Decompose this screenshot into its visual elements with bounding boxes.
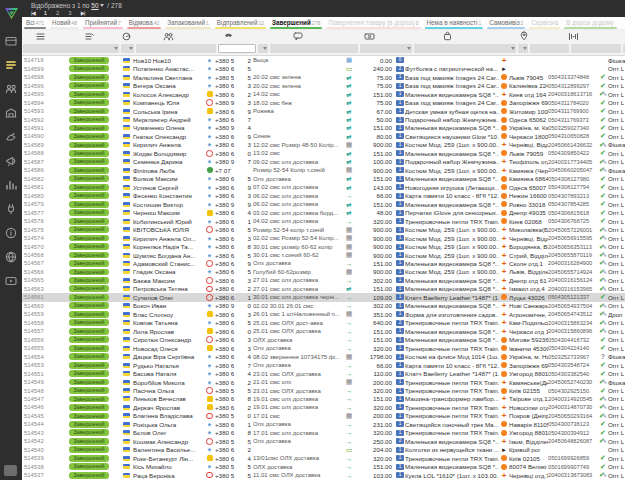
phone-number[interactable]: +380 6	[215, 420, 241, 428]
status-badge[interactable]: Завершений	[58, 344, 120, 352]
tracking-number[interactable]: 20450655714924	[548, 268, 598, 276]
tab-6[interactable]: Завершений278	[268, 17, 324, 29]
status-badge[interactable]: Завершений	[58, 268, 120, 276]
order-comment[interactable]: Голубий 60-62розмір	[253, 268, 343, 276]
tracking-number[interactable]: 0504305121337	[548, 293, 598, 301]
tracking-number[interactable]: 20450650293164	[548, 412, 598, 420]
status-badge[interactable]: Завершений	[58, 276, 120, 284]
delivery-city[interactable]: Львів 79059	[509, 149, 548, 157]
table-row[interactable]: 514575ЗавершенийКВІТОВСЬКА ЮЛІЯ+380 65Ро…	[22, 225, 625, 233]
product-name[interactable]: Тренировочные петли TRX Train...	[405, 429, 499, 437]
phone-number[interactable]: +380 5	[215, 471, 241, 479]
status-badge[interactable]: Завершений	[58, 361, 120, 369]
phone-number[interactable]: +380 6	[215, 217, 241, 225]
product-name[interactable]: Клатч Baellerry Leather *1487* (1...	[405, 369, 499, 377]
delivery-city[interactable]: Іваничи 45300	[509, 344, 548, 352]
customer-name[interactable]: Сольська Ірина	[133, 107, 204, 115]
customer-name[interactable]: Ковпак Татьяна	[133, 319, 204, 327]
order-comment[interactable]	[253, 64, 343, 72]
product-name[interactable]: Костюм на флисе Мод 1014 (1ш...	[405, 352, 499, 360]
delivery-city[interactable]: Днепр отд 61	[509, 276, 548, 284]
col-header-call[interactable]	[120, 32, 133, 41]
video-tutorial-icon[interactable]	[0, 272, 22, 290]
table-row[interactable]: 514581ЗавершенийУстинов Сергей*+380 6907…	[22, 183, 625, 191]
order-comment[interactable]: 04.02 смс олх доставка	[253, 217, 343, 225]
status-badge[interactable]: Завершений	[58, 420, 120, 428]
customer-name[interactable]: Бєлов Олег	[133, 429, 204, 437]
order-comment[interactable]: 27.01 смс олх доставка	[253, 276, 343, 284]
customer-name[interactable]: Раца Вероніка	[133, 471, 204, 479]
product-name[interactable]: Костюм Мод. 259 (1шт. х 900.00...	[405, 141, 499, 149]
product-name[interactable]: База под макияж Images 24 Car...	[405, 98, 499, 106]
table-row[interactable]: 514563ЗавершенийПетровська Тетяна+380 62…	[22, 285, 625, 293]
phone-number[interactable]: +380 6	[215, 293, 241, 301]
status-badge[interactable]: Завершений	[58, 234, 120, 242]
status-badge[interactable]: Завершений	[58, 437, 120, 445]
orders-list-icon[interactable]	[0, 56, 22, 74]
table-row[interactable]: 514716ЗавершенийНов10 Нов10*+380 52Выца▦…	[22, 56, 625, 64]
table-row[interactable]: 514593ЗавершенийСольська Ірина+380 69Рож…	[22, 107, 625, 115]
customer-name[interactable]: Петровська Тетяна	[133, 285, 204, 293]
phone-number[interactable]: +380 6	[215, 395, 241, 403]
phone-number[interactable]: +380 9	[215, 200, 241, 208]
call-filter-select[interactable]	[121, 44, 134, 53]
product-name[interactable]: Маленькая видеокамера SQ8 *...	[405, 437, 499, 445]
table-row[interactable]: 514588ЗавершенийЖидак Володимир+380 6013…	[22, 149, 625, 157]
col-header-comment[interactable]	[253, 32, 343, 41]
product-name[interactable]: Светящиеся наушники Glow *10...	[405, 132, 499, 140]
tab-10[interactable]: Сервіси0	[527, 17, 562, 29]
status-badge[interactable]: Завершений	[58, 429, 120, 437]
order-comment[interactable]: 13/01смс ОЛХ доставка	[253, 454, 343, 462]
tab-0[interactable]: Всі471	[22, 17, 48, 29]
product-name[interactable]: Костюм Мод. 259 (1шт. х 900.00...	[405, 225, 499, 233]
product-name[interactable]: Тренировочные петли TRX Train...	[405, 412, 499, 420]
delivery-city[interactable]: Киев 02068	[509, 217, 548, 225]
phone-number[interactable]: +380 6	[215, 115, 241, 123]
col-header-delivery[interactable]	[499, 31, 548, 41]
tracking-number[interactable]: 20400316284900	[548, 259, 598, 267]
tracking-number[interactable]: 0504303548724	[548, 361, 598, 369]
table-row[interactable]: 514577ЗавершенийЧерниш Максим+380 6403.0…	[22, 208, 625, 216]
product-name[interactable]: Маленькая видеокамера SQ8 *...	[405, 200, 499, 208]
delivery-city[interactable]: Ізюм, Відділенн...	[509, 437, 548, 445]
status-badge[interactable]: Завершений	[58, 98, 120, 106]
product-name[interactable]: Маленькая видеокамера SQ8 *...	[405, 90, 499, 98]
delivery-city[interactable]: Камянське(Дні...	[509, 378, 548, 386]
status-badge[interactable]: Завершений	[58, 335, 120, 343]
table-row[interactable]: 514558ЗавершенийКовпак Татьяна*+380 6525…	[22, 319, 625, 327]
customer-name[interactable]: Жидак Володимир	[133, 149, 204, 157]
delivery-city[interactable]: Кам-Подильски...	[509, 319, 548, 327]
order-comment[interactable]: 06.02 смс олх доставка	[253, 200, 343, 208]
status-badge[interactable]: Завершений	[58, 259, 120, 267]
tab-4[interactable]: Запакований1	[163, 17, 213, 29]
delivery-city[interactable]: Львів, Відділен...	[509, 268, 548, 276]
tracking-number[interactable]: 20400314870730	[548, 403, 598, 411]
customer-name[interactable]: Чумаченко Олена	[133, 124, 204, 132]
phone-filter-caret[interactable]	[258, 44, 268, 53]
customer-name[interactable]: Костишин Виктор	[133, 200, 204, 208]
customer-name[interactable]: Мерклингер Андрей	[133, 115, 204, 123]
delivery-city[interactable]: Чернівці отд.7	[509, 471, 548, 479]
product-name[interactable]: Тренировочные петли TRX Train...	[405, 344, 499, 352]
sidebar-bottom-icon[interactable]	[4, 465, 17, 476]
tracking-number[interactable]: 0504313374848	[548, 73, 598, 81]
tab-8[interactable]: Нема в наявності1	[423, 17, 486, 29]
product-name[interactable]	[405, 56, 499, 64]
status-badge[interactable]: Завершений	[58, 81, 120, 89]
product-name[interactable]: Светящийся гоночный трек Ma...	[405, 420, 499, 428]
phone-number[interactable]: +380 5	[215, 463, 241, 471]
order-comment[interactable]: Олх доставка	[253, 361, 343, 369]
order-comment[interactable]: 02.02 смс Розмір 52-54 Колір...	[253, 234, 343, 242]
order-comment[interactable]: 20.02 смс зелена	[253, 73, 343, 81]
order-comment[interactable]: Синие	[253, 132, 343, 140]
integrations-icon[interactable]	[0, 200, 22, 218]
tab-2[interactable]: Прийнятий7	[81, 17, 125, 29]
tracking-number[interactable]: 20450655870119	[548, 251, 598, 259]
delivery-city[interactable]: Таїрове отд.139	[509, 395, 548, 403]
status-badge[interactable]: Завершений	[58, 251, 120, 259]
tracking-number[interactable]: 20400314920545	[548, 395, 598, 403]
status-badge[interactable]: Завершений	[58, 242, 120, 250]
table-row[interactable]: 514557ЗавершенийЛила Ярослав+380 6025.01…	[22, 327, 625, 335]
phone-filter-input[interactable]	[218, 44, 256, 53]
city-filter-select[interactable]	[530, 44, 569, 53]
